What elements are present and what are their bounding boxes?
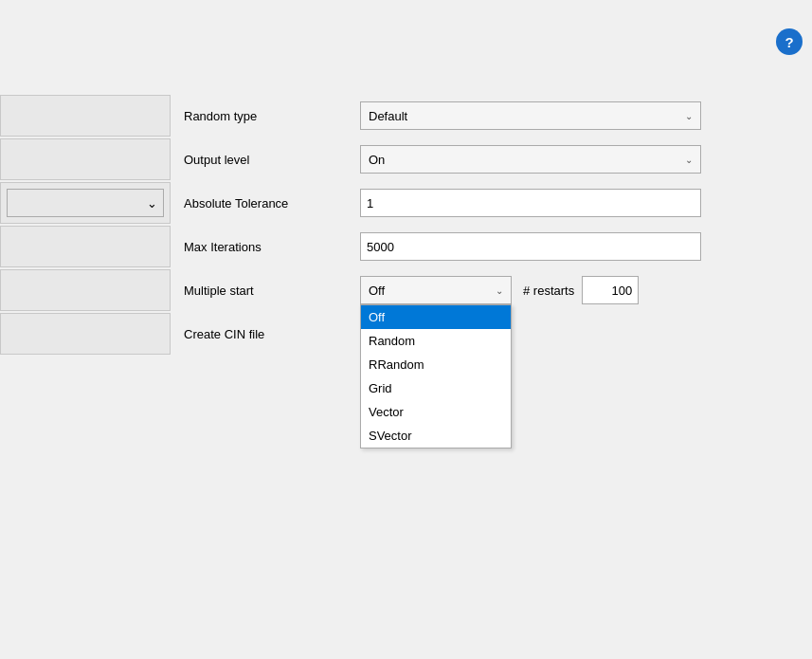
multiple-start-left-cell (0, 269, 171, 311)
max-iterations-input[interactable] (360, 232, 701, 261)
random-type-value: Default (369, 109, 407, 123)
absolute-tolerance-left-dropdown[interactable]: ⌄ (7, 189, 164, 217)
form-area: Random type Default ⌄ Output level On ⌄ (0, 95, 812, 357)
output-level-value: On (369, 153, 385, 167)
random-type-chevron-icon: ⌄ (685, 111, 693, 121)
absolute-tolerance-label: Absolute Tolerance (171, 196, 360, 211)
max-iterations-control (360, 232, 701, 261)
absolute-tolerance-left-cell: ⌄ (0, 182, 171, 224)
random-type-row: Random type Default ⌄ (0, 95, 812, 137)
max-iterations-row: Max Iterations (0, 226, 812, 267)
output-level-control: On ⌄ (360, 145, 701, 174)
absolute-tolerance-left-chevron-icon: ⌄ (147, 196, 157, 211)
dropdown-item-grid[interactable]: Grid (361, 376, 511, 400)
multiple-start-select[interactable]: Off ⌄ (360, 276, 512, 304)
dropdown-item-random[interactable]: Random (361, 329, 511, 353)
random-type-select[interactable]: Default ⌄ (360, 101, 701, 130)
output-level-row: Output level On ⌄ (0, 138, 812, 180)
output-level-left-cell (0, 138, 171, 180)
absolute-tolerance-row: ⌄ Absolute Tolerance (0, 182, 812, 224)
cin-file-label: Create CIN file (171, 327, 264, 341)
main-container: ? Random type Default ⌄ Output level On … (0, 0, 812, 659)
multiple-start-dropdown-wrapper: Off ⌄ Off Random RRandom Grid Vector SVe… (360, 276, 512, 304)
output-level-select[interactable]: On ⌄ (360, 145, 701, 174)
multiple-start-dropdown-list: Off Random RRandom Grid Vector SVector (360, 304, 512, 448)
random-type-left-cell (0, 95, 171, 137)
restarts-input[interactable] (582, 276, 639, 304)
cin-file-left-cell (0, 313, 171, 355)
max-iterations-left-cell (0, 226, 171, 267)
max-iterations-label: Max Iterations (171, 240, 360, 254)
dropdown-item-off[interactable]: Off (361, 305, 511, 329)
help-button[interactable]: ? (776, 28, 803, 55)
output-level-chevron-icon: ⌄ (685, 155, 693, 165)
output-level-label: Output level (171, 153, 360, 167)
random-type-control: Default ⌄ (360, 101, 701, 130)
dropdown-item-svector[interactable]: SVector (361, 424, 511, 448)
multiple-start-label: Multiple start (171, 284, 360, 298)
help-icon: ? (785, 34, 793, 50)
multiple-start-chevron-icon: ⌄ (496, 285, 503, 296)
dropdown-item-rrandom[interactable]: RRandom (361, 353, 511, 376)
multiple-start-row: Multiple start Off ⌄ Off Random RRandom … (0, 269, 812, 311)
absolute-tolerance-control (360, 189, 701, 217)
random-type-label: Random type (171, 109, 360, 123)
multiple-start-value: Off (369, 284, 385, 298)
restarts-label: # restarts (523, 284, 574, 298)
absolute-tolerance-input[interactable] (360, 189, 701, 217)
dropdown-item-vector[interactable]: Vector (361, 400, 511, 424)
